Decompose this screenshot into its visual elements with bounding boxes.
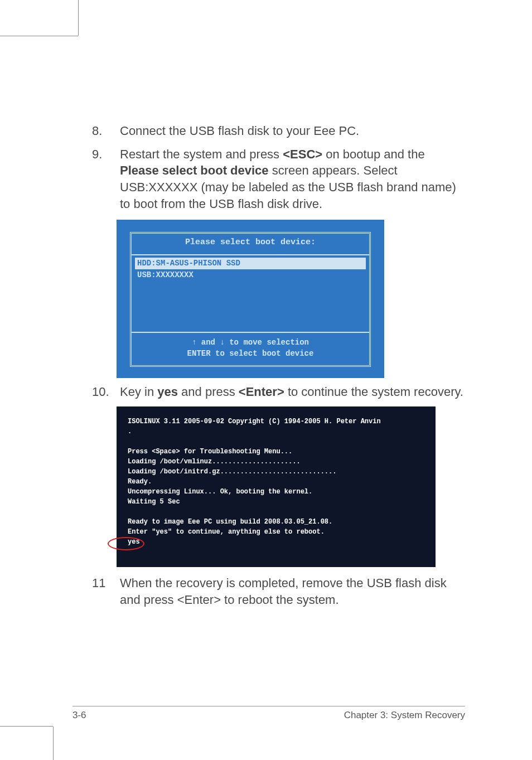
step-number: 9. <box>92 146 107 212</box>
step-body: Key in yes and press <Enter> to continue… <box>120 384 465 400</box>
step-list: 8. Connect the USB flash disk to your Ee… <box>92 123 465 212</box>
step-list: 10. Key in yes and press <Enter> to cont… <box>92 384 465 400</box>
term-line: Enter "yes" to continue, anything else t… <box>128 528 325 536</box>
crop-mark <box>78 0 79 36</box>
page-number: 3-6 <box>72 710 86 721</box>
step-body: Restart the system and press <ESC> on bo… <box>120 146 465 212</box>
term-line: . <box>128 428 132 435</box>
step-body: Connect the USB flash disk to your Eee P… <box>120 123 465 139</box>
bios-row-hdd[interactable]: HDD:SM-ASUS-PHISON SSD <box>135 258 366 269</box>
bios-boot-dialog: Please select boot device: HDD:SM-ASUS-P… <box>117 220 384 377</box>
step-11: 11 When the recovery is completed, remov… <box>92 575 465 608</box>
text: Restart the system and press <box>120 147 283 161</box>
term-line: Loading /boot/vmlinuz...................… <box>128 458 301 466</box>
bios-title: Please select boot device: <box>132 234 369 255</box>
terminal-output: ISOLINUX 3.11 2005-09-02 Copyright (C) 1… <box>117 406 436 567</box>
esc-key: <ESC> <box>283 147 322 161</box>
step-list: 11 When the recovery is completed, remov… <box>92 575 465 608</box>
step-number: 8. <box>92 123 107 139</box>
step-body: When the recovery is completed, remove t… <box>120 575 465 608</box>
bios-help-line: ↑ and ↓ to move selection <box>132 337 369 348</box>
text: on bootup and the <box>322 147 425 161</box>
term-line: Ready. <box>128 478 152 486</box>
term-line: Uncompressing Linux... Ok, booting the k… <box>128 488 312 496</box>
step-10: 10. Key in yes and press <Enter> to cont… <box>92 384 465 400</box>
term-line-yes: yes <box>128 538 140 546</box>
step-number: 10. <box>92 384 107 400</box>
bold-text: Please select boot device <box>120 163 269 177</box>
bios-frame: Please select boot device: HDD:SM-ASUS-P… <box>130 232 371 366</box>
text: to continue the system recovery. <box>284 385 463 399</box>
crop-mark <box>0 36 78 36</box>
bios-help-line: ENTER to select boot device <box>132 348 369 360</box>
step-number: 11 <box>92 575 107 608</box>
page-content: 8. Connect the USB flash disk to your Ee… <box>92 123 465 704</box>
step-8: 8. Connect the USB flash disk to your Ee… <box>92 123 465 139</box>
term-line: Waiting 5 Sec <box>128 498 180 506</box>
crop-mark <box>0 726 53 727</box>
term-line: Ready to image Eee PC using build 2008.0… <box>128 518 332 526</box>
enter-key: <Enter> <box>239 385 284 399</box>
document-page: 8. Connect the USB flash disk to your Ee… <box>0 0 532 760</box>
bios-device-list: HDD:SM-ASUS-PHISON SSD USB:XXXXXXXX <box>132 255 369 333</box>
terminal-figure: ISOLINUX 3.11 2005-09-02 Copyright (C) 1… <box>117 406 436 567</box>
yes-text: yes <box>157 385 178 399</box>
chapter-title: Chapter 3: System Recovery <box>344 710 465 721</box>
text: and press <box>178 385 239 399</box>
term-line: Press <Space> for Troubleshooting Menu..… <box>128 448 292 456</box>
bios-help: ↑ and ↓ to move selection ENTER to selec… <box>132 333 369 365</box>
term-line: Loading /boot/initrd.gz.................… <box>128 468 336 476</box>
text: Key in <box>120 385 157 399</box>
term-line: ISOLINUX 3.11 2005-09-02 Copyright (C) 1… <box>128 418 381 425</box>
bios-row-usb[interactable]: USB:XXXXXXXX <box>135 269 366 281</box>
crop-mark <box>53 727 54 760</box>
page-footer: 3-6 Chapter 3: System Recovery <box>72 706 465 721</box>
step-9: 9. Restart the system and press <ESC> on… <box>92 146 465 212</box>
